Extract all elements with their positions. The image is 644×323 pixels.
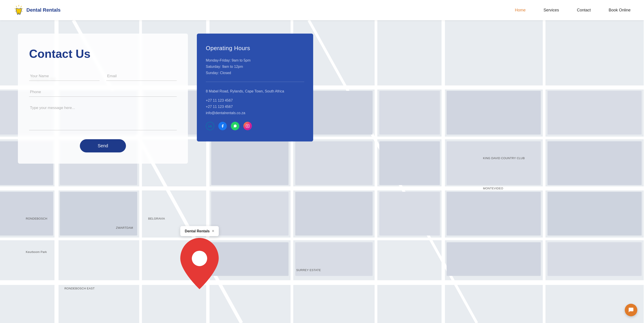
operating-hours-title: Operating Hours [206,45,304,52]
phone2: +27 11 123 4567 [206,105,304,109]
svg-line-2 [22,9,23,9]
instagram-icon[interactable] [243,122,252,130]
svg-line-3 [16,6,17,7]
hours-sunday: Sunday: Closed [206,71,304,75]
chat-icon [628,307,634,313]
header: Dental Rentals Home Services Contact Boo… [0,0,644,20]
nav-book-online[interactable]: Book Online [609,8,630,13]
hours-weekday: Monday-Friday: 9am to 5pm [206,59,304,63]
svg-line-1 [21,6,22,7]
phone1: +27 11 123 4567 [206,99,304,103]
form-group-phone [29,88,177,97]
nav-services[interactable]: Services [544,8,559,13]
send-button[interactable]: Send [80,139,126,152]
logo-icon [14,5,24,16]
logo-text: Dental Rentals [26,7,60,13]
main-content: Belgravia Rd Kromboom Rd RONDEBOSCH Keur… [0,20,644,323]
svg-line-4 [15,9,16,9]
form-group-email [106,72,177,81]
nav-contact[interactable]: Contact [577,8,591,13]
form-row-phone [29,88,177,97]
linkedin-icon[interactable] [206,122,214,130]
hours-saturday: Saturday: 9am to 12pm [206,65,304,69]
form-row-message [29,103,177,130]
form-row-name-email [29,72,177,81]
social-icons [206,122,304,130]
navigation: Home Services Contact Book Online [515,8,630,13]
email-input[interactable] [106,72,177,81]
svg-rect-64 [208,126,209,128]
address: 8 Mabel Road, Rylands, Cape Town, South … [206,89,304,94]
name-input[interactable] [29,72,100,81]
content-overlay: Contact Us [0,20,644,323]
chat-button[interactable] [625,304,637,316]
nav-home[interactable]: Home [515,8,526,13]
contact-title: Contact Us [29,47,177,61]
hours-list: Monday-Friday: 9am to 5pm Saturday: 9am … [206,59,304,75]
contact-form: Send [29,72,177,152]
svg-rect-66 [246,124,250,128]
contact-form-section: Contact Us [18,34,188,164]
message-textarea[interactable] [29,103,177,130]
email-address: info@dentalrentals.co.za [206,111,304,115]
logo[interactable]: Dental Rentals [14,5,60,16]
form-group-message [29,103,177,130]
phone-input[interactable] [29,88,177,97]
facebook-icon[interactable] [218,122,227,130]
svg-point-65 [208,124,209,125]
whatsapp-icon[interactable] [231,122,239,130]
info-panel: Operating Hours Monday-Friday: 9am to 5p… [197,34,313,141]
form-group-name [29,72,100,81]
